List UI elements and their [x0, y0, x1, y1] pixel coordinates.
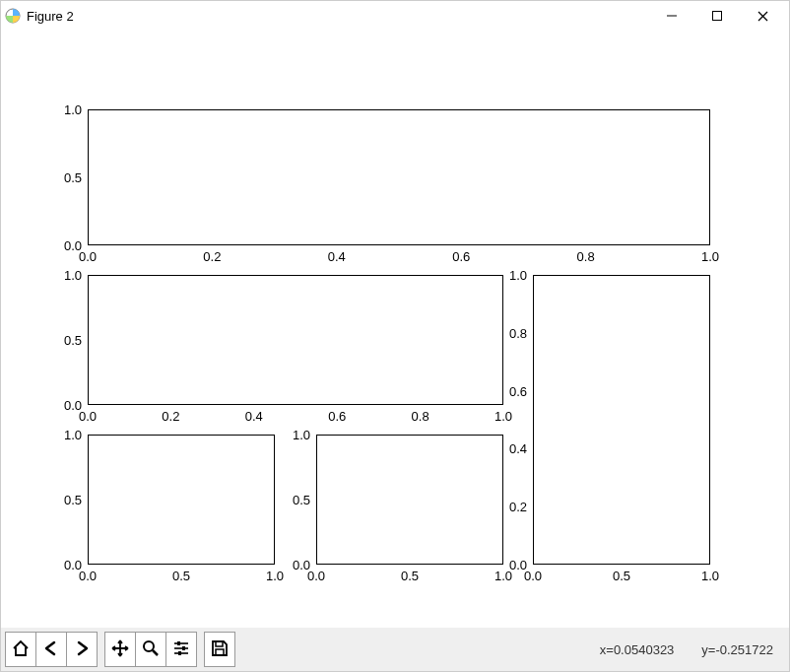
subplot-right-tall[interactable]: [533, 275, 710, 565]
xtick-label: 0.5: [613, 569, 630, 583]
cursor-x: x=0.0540323: [600, 642, 675, 657]
xtick-label: 0.2: [162, 409, 179, 424]
svg-rect-8: [177, 641, 180, 645]
subplot-bottom-left[interactable]: [88, 435, 275, 565]
xtick-label: 0.5: [172, 569, 190, 583]
svg-rect-10: [182, 646, 185, 650]
ytick-label: 0.0: [52, 238, 82, 253]
subplot-middle-left[interactable]: [88, 275, 503, 405]
zoom-button[interactable]: [135, 632, 166, 667]
xtick-label: 0.5: [401, 569, 419, 583]
ytick-label: 1.0: [52, 268, 82, 283]
cursor-status: x=0.0540323 y=-0.251722: [600, 642, 785, 657]
ytick-label: 0.0: [52, 558, 82, 572]
ytick-label: 0.5: [52, 493, 82, 507]
home-button[interactable]: [5, 632, 36, 667]
svg-line-6: [153, 650, 158, 655]
figure-canvas[interactable]: 0.00.20.40.60.81.00.00.51.00.00.20.40.60…: [1, 31, 789, 628]
ytick-label: 0.5: [52, 333, 82, 348]
window-close-button[interactable]: [740, 1, 785, 31]
ytick-label: 1.0: [52, 428, 82, 442]
configure-button[interactable]: [165, 632, 197, 667]
ytick-label: 0.5: [281, 493, 310, 507]
window-minimize-button[interactable]: [649, 1, 694, 31]
ytick-label: 1.0: [281, 428, 310, 442]
pan-button[interactable]: [104, 632, 136, 667]
forward-button[interactable]: [66, 632, 98, 667]
svg-rect-12: [178, 651, 181, 655]
svg-rect-14: [216, 649, 224, 655]
ytick-label: 1.0: [52, 102, 82, 117]
window-title: Figure 2: [27, 9, 74, 24]
save-icon: [210, 638, 230, 661]
ytick-label-right: 0.8: [497, 325, 527, 340]
xtick-label: 1.0: [494, 569, 512, 583]
back-button[interactable]: [35, 632, 67, 667]
ytick-label-right: 1.0: [497, 268, 527, 283]
xtick-label: 0.6: [328, 409, 346, 424]
xtick-label: 0.8: [577, 249, 595, 264]
ytick-label-right: 0.6: [497, 383, 527, 398]
matplotlib-toolbar: x=0.0540323 y=-0.251722: [1, 628, 789, 671]
svg-rect-13: [216, 641, 223, 646]
app-icon: [5, 8, 21, 24]
xtick-label: 1.0: [701, 249, 719, 264]
arrow-left-icon: [41, 638, 61, 661]
xtick-label: 0.2: [203, 249, 221, 264]
xtick-label: 0.4: [328, 249, 346, 264]
sliders-icon: [171, 638, 191, 661]
arrow-right-icon: [72, 638, 92, 661]
xtick-label: 0.6: [452, 249, 470, 264]
xtick-label: 1.0: [494, 409, 512, 424]
ytick-label: 0.5: [52, 170, 82, 185]
xtick-label: 0.4: [245, 409, 263, 424]
subplot-bottom-center[interactable]: [316, 435, 503, 565]
svg-point-5: [144, 641, 154, 651]
svg-rect-2: [713, 12, 722, 21]
save-button[interactable]: [204, 632, 235, 667]
ytick-label: 0.0: [281, 558, 310, 572]
xtick-label: 0.8: [412, 409, 429, 424]
window-titlebar: Figure 2: [1, 1, 789, 31]
window-maximize-button[interactable]: [694, 1, 740, 31]
cursor-y: y=-0.251722: [701, 642, 773, 657]
home-icon: [11, 638, 31, 661]
xtick-label: 1.0: [701, 569, 719, 583]
magnifier-icon: [141, 638, 161, 661]
ytick-label: 0.0: [52, 398, 82, 413]
subplot-top[interactable]: [88, 109, 710, 245]
move-icon: [110, 638, 130, 661]
